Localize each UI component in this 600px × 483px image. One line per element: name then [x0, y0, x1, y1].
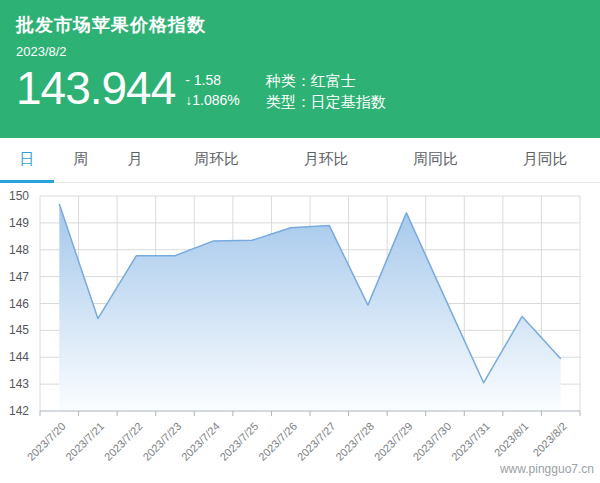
watermark-link: www.pingguo7.cn	[500, 462, 594, 476]
svg-text:2023/7/28: 2023/7/28	[333, 420, 376, 463]
svg-text:2023/7/25: 2023/7/25	[217, 420, 260, 463]
tab-month[interactable]: 月	[108, 138, 162, 183]
header-date: 2023/8/2	[16, 44, 584, 59]
svg-text:143: 143	[9, 377, 29, 391]
svg-text:142: 142	[9, 404, 29, 418]
svg-text:2023/7/24: 2023/7/24	[179, 420, 222, 463]
svg-text:144: 144	[9, 350, 29, 364]
svg-text:149: 149	[9, 216, 29, 230]
chart-area: 1421431441451461471481491502023/7/202023…	[0, 183, 600, 483]
index-type-label: 类型：日定基指数	[266, 91, 386, 112]
tab-month-yoy[interactable]: 月同比	[491, 138, 600, 183]
svg-text:146: 146	[9, 297, 29, 311]
svg-text:2023/7/20: 2023/7/20	[25, 420, 68, 463]
index-value: 143.944	[16, 61, 175, 115]
svg-text:2023/7/23: 2023/7/23	[140, 420, 183, 463]
tab-day[interactable]: 日	[0, 138, 54, 183]
price-index-area-chart: 1421431441451461471481491502023/7/202023…	[0, 183, 600, 483]
svg-text:2023/7/31: 2023/7/31	[449, 420, 492, 463]
variety-label: 种类：红富士	[266, 70, 386, 91]
tab-month-on-month[interactable]: 月环比	[272, 138, 382, 183]
page-title: 批发市场苹果价格指数	[16, 13, 584, 37]
svg-text:147: 147	[9, 270, 29, 284]
change-percent: ↓1.086%	[185, 90, 239, 110]
tab-week-on-week[interactable]: 周环比	[162, 138, 272, 183]
svg-text:2023/7/21: 2023/7/21	[63, 420, 106, 463]
price-index-widget: 批发市场苹果价格指数 2023/8/2 143.944 - 1.58 ↓1.08…	[0, 0, 600, 483]
header: 批发市场苹果价格指数 2023/8/2 143.944 - 1.58 ↓1.08…	[0, 0, 600, 138]
stats-row: 143.944 - 1.58 ↓1.086% 种类：红富士 类型：日定基指数	[16, 61, 584, 115]
svg-text:2023/7/26: 2023/7/26	[256, 420, 299, 463]
svg-text:2023/7/22: 2023/7/22	[102, 420, 145, 463]
tab-week[interactable]: 周	[54, 138, 108, 183]
svg-text:2023/8/1: 2023/8/1	[492, 420, 531, 459]
change-block: - 1.58 ↓1.086%	[185, 70, 239, 110]
tab-week-yoy[interactable]: 周同比	[381, 138, 491, 183]
svg-text:2023/7/29: 2023/7/29	[372, 420, 415, 463]
svg-text:2023/7/27: 2023/7/27	[295, 420, 338, 463]
svg-text:148: 148	[9, 243, 29, 257]
svg-text:150: 150	[9, 189, 29, 203]
svg-text:145: 145	[9, 323, 29, 337]
svg-text:2023/7/30: 2023/7/30	[410, 420, 453, 463]
tab-bar: 日 周 月 周环比 月环比 周同比 月同比	[0, 138, 600, 183]
change-amount: - 1.58	[185, 70, 239, 90]
svg-text:2023/8/2: 2023/8/2	[530, 420, 569, 459]
meta-block: 种类：红富士 类型：日定基指数	[266, 70, 386, 112]
